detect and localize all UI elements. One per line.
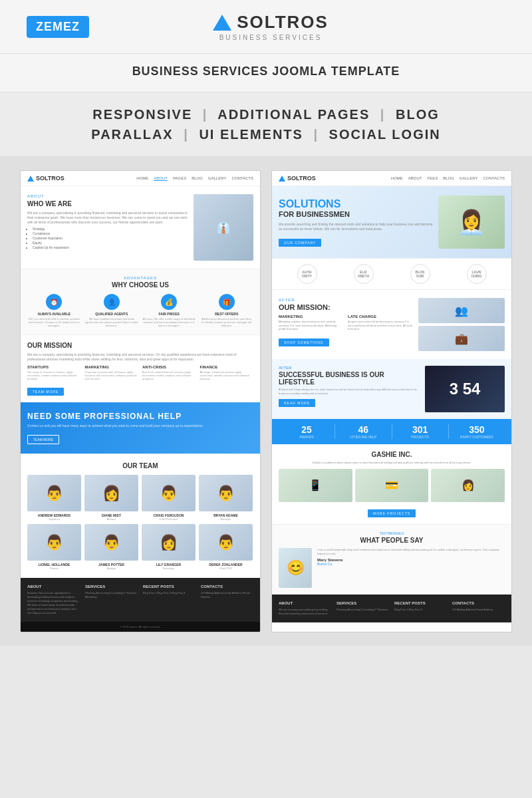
testi-text: I own a small handmade shop and I needed… <box>317 548 505 566</box>
avatar-6: 👩 <box>142 524 196 561</box>
success-text: AFTER SUCCESSFUL BUSINESS IS OUR LIFESTY… <box>279 366 420 412</box>
footer-col-contacts: CONTACTS US Mailing Address Email Addres… <box>201 585 253 615</box>
gashie-btn-wrap: MORE PROJECTS <box>279 505 505 517</box>
right-nav-logo: SOLTROS <box>279 175 316 182</box>
testi-company: Button Co. <box>317 562 505 566</box>
team-member-6: 👩 LILY GRANGER Secretary <box>142 524 196 570</box>
who-title: WHO WE ARE <box>27 200 188 207</box>
gashie-title: GASHIE INC. <box>279 451 505 458</box>
soltros-triangle-icon <box>213 15 231 31</box>
testi-avatar: 😊 <box>279 548 312 588</box>
cta-desc: Contact us and you will have many ways t… <box>27 424 253 428</box>
mission-item-1: Marketing Corporate business with all fi… <box>85 365 139 384</box>
mission-btn[interactable]: TEAM MORE <box>27 388 64 396</box>
team-member-0: 👨 ANDREW EDWARDS Signatory <box>27 475 81 521</box>
soltros-logo: SOLTROS BUSINESS SERVICES <box>213 12 329 41</box>
right-nav-triangle <box>279 176 285 182</box>
zemez-logo: ZEMEZ <box>27 16 89 38</box>
right-nav-links: HOME ABOUT FEES BLOG GALLERY CONTACTS <box>391 176 505 180</box>
feature-responsive: RESPONSIVE <box>92 107 192 122</box>
gashie-img-2: 👩 <box>431 469 505 502</box>
why-item-3: 🎁 BEST OFFERS Additional professional se… <box>200 294 254 328</box>
footer-col-posts: RECENT POSTS Blog Post 1 Blog Post 2 Blo… <box>143 585 196 615</box>
hero-text: SOLUTIONS FOR BUSINESSMEN We provide sea… <box>279 198 433 247</box>
why-title: WHY CHOOSE US <box>27 281 253 289</box>
features-text: RESPONSIVE | ADDITIONAL PAGES | BLOG PAR… <box>13 104 519 144</box>
right-footer-col-posts: RECENT POSTS Blog Post 1 Blog Post 2 <box>394 601 447 616</box>
stat-0: 25 AWARDS <box>279 424 335 439</box>
brand-circle-3: LAUNCHING <box>467 264 487 284</box>
nav-link-blog[interactable]: BLOG <box>192 176 203 181</box>
why-label: ADVANTAGES <box>27 276 253 280</box>
rnav-contacts[interactable]: CONTACTS <box>483 176 505 180</box>
left-nav: SOLTROS HOME ABOUT PAGES BLOG GALLERY CO… <box>21 171 260 186</box>
cta-btn[interactable]: TEAM MORE <box>27 435 59 444</box>
team-member-2: 👨 CRAIG FERGUSON Chief Executive <box>142 475 196 521</box>
rnav-gallery[interactable]: GALLERY <box>460 176 478 180</box>
gashie-para: Gashie is a platform which allows users … <box>279 461 505 465</box>
hero-person-icon: 👩‍💼 <box>457 209 486 236</box>
soltros-logo-top: SOLTROS <box>213 12 329 33</box>
nav-link-gallery[interactable]: GALLERY <box>208 176 227 181</box>
right-mission-btn[interactable]: SHOP SOMETHING <box>279 338 329 346</box>
brand-circle-2: BLOSSOM <box>410 264 430 284</box>
why-item-title-1: QUALIFIED AGENTS <box>95 312 128 316</box>
feature-parallax: PARALLAX <box>91 127 173 142</box>
hero-title: SOLUTIONS FOR BUSINESSMEN <box>279 198 433 219</box>
who-para: We are a company specializing in providi… <box>27 211 188 225</box>
gashie-img-0: 📱 <box>279 469 352 502</box>
rnav-home[interactable]: HOME <box>391 176 403 180</box>
brand-2: BLOSSOM <box>410 264 430 284</box>
rnav-fees[interactable]: FEES <box>428 176 438 180</box>
fair-prices-icon: 💰 <box>161 294 177 310</box>
clock-icon: 3 54 <box>450 380 481 398</box>
success-btn[interactable]: READ MORE <box>279 399 315 407</box>
mission-section: OUR MISSION We are a company specializin… <box>21 334 260 403</box>
why-item-desc-3: Additional professional services and off… <box>200 317 254 328</box>
team-grid: 👨 ANDREW EDWARDS Signatory 👩 DIANE MIST … <box>27 475 253 570</box>
why-item-title-2: FAIR PRICES <box>159 312 180 316</box>
brand-circle-0: AUTHORITY <box>297 264 317 284</box>
left-nav-links: HOME ABOUT PAGES BLOG GALLERY CONTACTS <box>136 176 253 181</box>
mission-item-3: Finance All range of financial services … <box>200 365 254 384</box>
nav-link-pages[interactable]: PAGES <box>173 176 186 181</box>
right-footer-col-about: ABOUT We are company specializing in pro… <box>279 601 331 616</box>
cta-section: NEED SOME PROFESSIONAL HELP Contact us a… <box>21 402 260 454</box>
rnav-about[interactable]: ABOUT <box>408 176 422 180</box>
mission-item-2: Anti-Crisis Anti-crisis related financia… <box>142 365 196 384</box>
brand-3: LAUNCHING <box>467 264 487 284</box>
nav-link-about[interactable]: ABOUT <box>154 176 168 181</box>
brands-section: AUTHORITY ELIZABETH BLOSSOM LAUNCHING <box>272 258 511 290</box>
nav-link-contacts[interactable]: CONTACTS <box>231 176 253 181</box>
brand-0: AUTHORITY <box>297 264 317 284</box>
title-section: BUSINESS SERVICES JOOMLA TEMPLATE <box>0 54 532 92</box>
why-item-title-3: BEST OFFERS <box>215 312 238 316</box>
avatar-4: 👨 <box>27 524 81 561</box>
gashie-img-1: 💳 <box>355 469 429 502</box>
avatar-3: 👨 <box>199 475 253 511</box>
gashie-btn[interactable]: MORE PROJECTS <box>368 509 416 517</box>
sep1: | <box>203 107 208 122</box>
rnav-blog[interactable]: BLOG <box>443 176 454 180</box>
why-item-1: 👤 QUALIFIED AGENTS We have qualified ass… <box>85 294 139 328</box>
hero-btn[interactable]: OUR COMPANY <box>279 239 321 247</box>
footer-col-about: ABOUT Business Services are specialized … <box>27 585 80 615</box>
success-para: A brand and Cargo always are our main di… <box>279 388 420 395</box>
feature-blog: BLOG <box>396 107 440 122</box>
testi-title: WHAT PEOPLE SAY <box>279 537 505 544</box>
nav-link-home[interactable]: HOME <box>136 176 148 181</box>
top-header: ZEMEZ SOLTROS BUSINESS SERVICES <box>0 0 532 54</box>
right-footer-col-services: SERVICES Planning Accounting Consulting … <box>336 601 389 616</box>
stats-bar: 25 AWARDS 46 CITIES WE HELP 301 PROJECTS… <box>272 419 511 444</box>
team-section: Our Team 👨 ANDREW EDWARDS Signatory 👩 DI… <box>21 454 260 578</box>
right-mission-text: AFTER OUR MISSION: MARKETING Marketing s… <box>279 298 413 351</box>
brand-circle-1: ELIZABETH <box>354 264 374 284</box>
hero-section: SOLUTIONS FOR BUSINESSMEN We provide sea… <box>272 186 511 258</box>
why-item-desc-1: We have qualified associate and detail a… <box>85 317 139 328</box>
avatar-5: 👨 <box>84 524 138 561</box>
left-footer: ABOUT Business Services are specialized … <box>21 578 260 622</box>
why-item-title-0: ALWAYS AVAILABLE <box>37 312 70 316</box>
soltros-sub: BUSINESS SERVICES <box>219 34 323 41</box>
hero-image: 👩‍💼 <box>438 196 505 249</box>
soltros-name: SOLTROS <box>237 12 329 33</box>
